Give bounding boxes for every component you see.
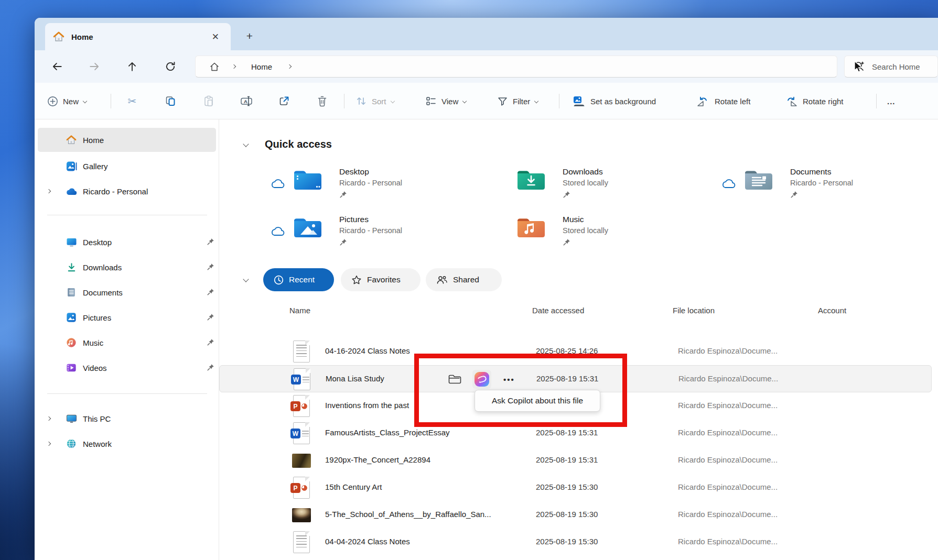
file-location[interactable]: Ricardo Espinoza\Docume... — [678, 455, 778, 464]
file-location[interactable]: Ricardo Espinoza\Docume... — [678, 482, 778, 491]
tab-recent[interactable]: Recent — [263, 268, 334, 291]
annotation-box — [414, 354, 627, 427]
quick-access-card-desktop[interactable]: Desktop Ricardo - Personal — [270, 167, 490, 204]
sidebar-item-gallery[interactable]: Gallery — [38, 154, 216, 178]
copy-button[interactable] — [162, 93, 179, 109]
column-header-name[interactable]: Name — [289, 306, 310, 315]
file-location[interactable]: Ricardo Espinoza\Docume... — [678, 401, 778, 410]
file-location[interactable]: Ricardo Espinoza\Docume... — [678, 510, 778, 519]
quick-access-card-documents[interactable]: Documents Ricardo - Personal — [721, 167, 920, 204]
rotate-left-label: Rotate left — [715, 97, 750, 106]
file-name[interactable]: 1920px-The_Concert_A22894 — [325, 455, 430, 464]
command-toolbar: New ✂ A Sort View — [35, 83, 938, 119]
sidebar-item-downloads[interactable]: Downloads — [38, 255, 216, 279]
rotate-left-button[interactable]: Rotate left — [696, 83, 750, 119]
file-name[interactable]: Mona Lisa Study — [326, 374, 384, 383]
chevron-right-icon[interactable] — [47, 189, 51, 193]
pill-label: Shared — [453, 275, 479, 284]
sidebar-item-pictures[interactable]: Pictures — [38, 305, 216, 330]
sidebar-item-onedrive[interactable]: Ricardo - Personal — [38, 179, 216, 203]
share-button[interactable] — [276, 93, 293, 109]
toolbar-divider — [559, 94, 559, 108]
quick-access-card-downloads[interactable]: Downloads Stored locally — [493, 167, 693, 204]
recent-section-collapse-button[interactable] — [240, 273, 252, 285]
rename-button[interactable]: A — [238, 93, 255, 109]
breadcrumb-home-icon[interactable] — [209, 62, 220, 72]
file-row[interactable]: 5-The_School_of_Athens__by_Raffaello_San… — [219, 501, 932, 529]
chevron-right-icon[interactable] — [47, 416, 51, 421]
view-button[interactable]: View — [425, 83, 466, 119]
breadcrumb-chevron-icon[interactable] — [232, 64, 236, 69]
videos-icon — [65, 361, 78, 374]
new-button[interactable]: New — [47, 83, 87, 119]
sort-button[interactable]: Sort — [355, 83, 394, 119]
filter-button[interactable]: Filter — [497, 83, 538, 119]
file-location[interactable]: Ricardo Espinoza\Docume... — [678, 428, 778, 437]
sidebar-item-desktop[interactable]: Desktop — [38, 230, 216, 254]
breadcrumb-chevron-icon[interactable] — [287, 64, 292, 69]
chevron-down-icon — [534, 99, 538, 103]
tab-home[interactable]: Home ✕ — [45, 23, 231, 50]
file-location[interactable]: Ricardo Espinoza\Docume... — [678, 537, 778, 546]
back-button[interactable] — [48, 57, 67, 76]
card-subtitle: Ricardo - Personal — [339, 179, 402, 187]
sort-icon — [355, 96, 367, 106]
tab-close-icon[interactable]: ✕ — [208, 30, 223, 43]
column-header-account[interactable]: Account — [818, 306, 846, 315]
forward-button[interactable] — [85, 57, 104, 76]
gallery-icon — [65, 160, 78, 172]
sidebar-item-documents[interactable]: Documents — [38, 280, 216, 304]
file-location[interactable]: Ricardo Espinoza\Docume... — [678, 346, 778, 355]
tab-favorites[interactable]: Favorites — [341, 268, 421, 291]
sidebar-item-label: Network — [83, 440, 112, 448]
paste-button[interactable] — [200, 93, 217, 109]
quick-access-card-music[interactable]: Music Stored locally — [493, 215, 693, 251]
sidebar-item-network[interactable]: Network — [38, 432, 216, 456]
set-background-icon — [573, 95, 586, 107]
delete-button[interactable] — [314, 93, 330, 109]
pin-icon — [563, 190, 572, 199]
column-header-file-location[interactable]: File location — [673, 306, 715, 315]
music-icon — [65, 336, 78, 349]
refresh-button[interactable] — [161, 57, 180, 76]
image-file-thumbnail — [292, 449, 311, 471]
sidebar-item-music[interactable]: Music — [38, 331, 216, 355]
quick-access-card-pictures[interactable]: Pictures Ricardo - Personal — [270, 215, 490, 251]
card-title: Documents — [790, 167, 853, 177]
file-name[interactable]: 5-The_School_of_Athens__by_Raffaello_San… — [325, 510, 491, 519]
sidebar-item-videos[interactable]: Videos — [38, 356, 216, 380]
sidebar-item-label: Desktop — [83, 238, 112, 247]
pill-label: Recent — [289, 275, 315, 284]
file-location[interactable]: Ricardo Espinoza\Docume... — [678, 374, 778, 383]
star-icon — [351, 275, 362, 285]
chevron-right-icon[interactable] — [47, 442, 51, 446]
file-row[interactable]: P 15th Century Art 2025-08-19 15:30 Rica… — [219, 474, 932, 501]
file-name[interactable]: FamousArtists_Class_ProjectEssay — [325, 428, 450, 437]
file-name[interactable]: 04-16-2024 Class Notes — [325, 346, 410, 355]
set-as-background-button[interactable]: Set as background — [573, 83, 656, 119]
file-name[interactable]: 15th Century Art — [325, 482, 382, 491]
more-options-button[interactable]: ... — [887, 83, 896, 119]
tab-shared[interactable]: Shared — [426, 268, 502, 291]
documents-folder-icon — [744, 168, 773, 193]
rotate-right-button[interactable]: Rotate right — [784, 83, 844, 119]
filter-icon — [497, 96, 508, 106]
toolbar-divider — [876, 94, 877, 108]
file-row[interactable]: 04-04-2024 Class Notes 2025-08-19 15:30 … — [219, 529, 932, 556]
breadcrumb-location[interactable]: Home — [251, 62, 272, 71]
sidebar-item-label: Ricardo - Personal — [83, 187, 148, 196]
rename-icon: A — [240, 95, 253, 107]
file-name[interactable]: 04-04-2024 Class Notes — [325, 537, 410, 546]
sidebar-item-home[interactable]: Home — [38, 128, 216, 152]
column-header-date-accessed[interactable]: Date accessed — [532, 306, 584, 315]
network-icon — [65, 437, 78, 450]
pin-icon — [339, 190, 348, 199]
quick-access-collapse-button[interactable] — [240, 138, 252, 150]
address-bar[interactable]: Home — [195, 56, 837, 78]
up-button[interactable] — [123, 57, 142, 76]
sidebar-item-this-pc[interactable]: This PC — [38, 407, 216, 431]
file-name[interactable]: Inventions from the past — [325, 401, 409, 410]
cut-button[interactable]: ✂ — [124, 93, 141, 109]
file-row[interactable]: 1920px-The_Concert_A22894 2025-08-19 15:… — [219, 447, 932, 474]
new-tab-button[interactable]: + — [241, 27, 258, 45]
